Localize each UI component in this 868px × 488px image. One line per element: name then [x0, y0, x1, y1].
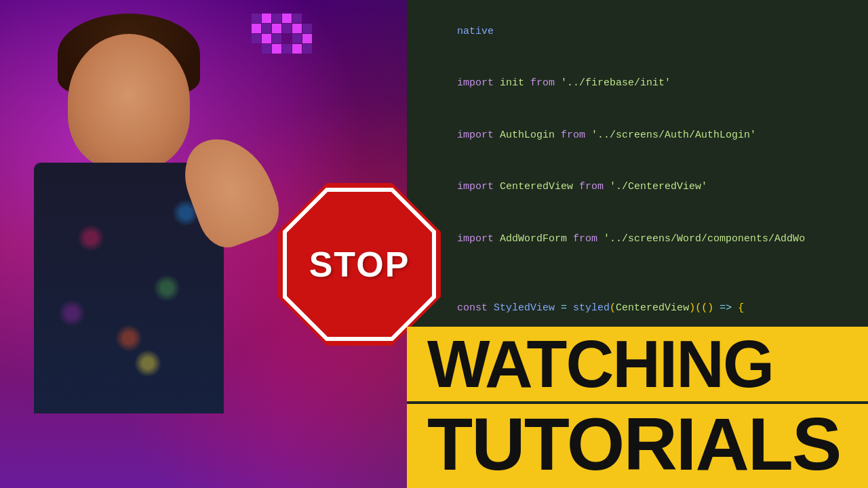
tutorials-banner: TUTORIALS: [407, 404, 868, 488]
code-line-2: import AuthLogin from '../screens/Auth/A…: [420, 109, 854, 161]
code-line-3: import CenteredView from './CenteredView…: [420, 161, 854, 214]
pixel-art-decoration: [252, 14, 312, 54]
code-panel: native import init from '../firebase/ini…: [407, 0, 868, 488]
stop-sign: STOP: [278, 183, 441, 346]
code-line-4: import AddWordForm from '../screens/Word…: [420, 213, 854, 265]
tutorials-text: TUTORIALS: [427, 407, 852, 481]
code-line-0: native: [420, 5, 854, 58]
text-overlay-container: WATCHING TUTORIALS: [407, 327, 868, 488]
person-head: [68, 34, 190, 169]
watching-text: WATCHING: [427, 331, 852, 397]
stop-sign-text: STOP: [309, 244, 410, 285]
code-native: native: [457, 26, 494, 37]
code-line-blank1: [420, 265, 854, 283]
watching-banner: WATCHING: [407, 327, 868, 401]
code-line-1: import init from '../firebase/init': [420, 58, 854, 110]
stop-sign-octagon: STOP: [278, 183, 441, 346]
